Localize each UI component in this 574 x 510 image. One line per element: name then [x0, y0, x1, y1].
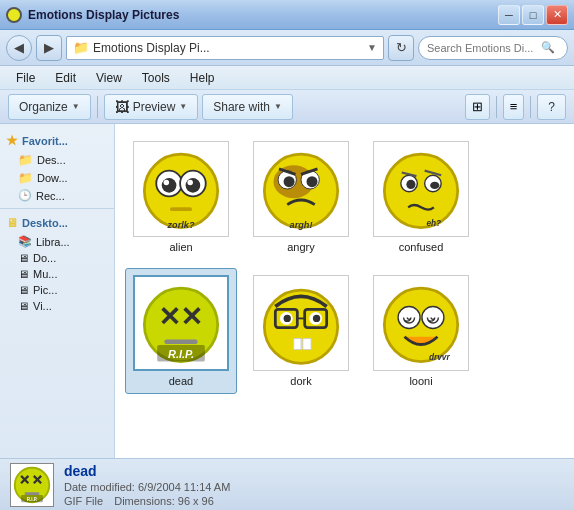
sidebar-item-desktop[interactable]: 📁 Des...	[0, 151, 114, 169]
address-bar: ◀ ▶ 📁 Emotions Display Pi... ▼ ↻ 🔍	[0, 30, 574, 66]
svg-point-47	[422, 307, 444, 329]
sidebar-item-recent[interactable]: 🕒 Rec...	[0, 187, 114, 204]
desktop-section-label: Deskto...	[22, 217, 68, 229]
videos-icon: 🖥	[18, 300, 29, 312]
downloads-folder-icon: 📁	[18, 171, 33, 185]
file-item-confused[interactable]: eh? confused	[365, 134, 477, 260]
status-thumbnail: R.I.P.	[10, 463, 54, 507]
file-grid: zorlk? alien	[115, 124, 574, 458]
file-item-dork[interactable]: dork	[245, 268, 357, 394]
desktop-folder-icon: 📁	[18, 153, 33, 167]
desktop-section: 🖥 Deskto... 📚 Libra... 🖥 Do... 🖥 Mu... 🖥…	[0, 213, 114, 314]
view-toggle-button[interactable]: ⊞	[465, 94, 490, 120]
window-icon	[6, 7, 22, 23]
preview-label: Preview	[133, 100, 176, 114]
svg-point-4	[186, 178, 201, 193]
sidebar-item-music[interactable]: 🖥 Mu...	[0, 266, 114, 282]
toolbar: Organize ▼ 🖼 Preview ▼ Share with ▼ ⊞ ≡ …	[0, 90, 574, 124]
recent-label: Rec...	[36, 190, 65, 202]
main-area: ★ Favorit... 📁 Des... 📁 Dow... 🕒 Rec... …	[0, 124, 574, 458]
emoji-looni-svg: drvvr	[377, 279, 465, 367]
minimize-button[interactable]: ─	[498, 5, 520, 25]
file-item-dead[interactable]: R.I.P. dead	[125, 268, 237, 394]
svg-text:argh!: argh!	[290, 220, 313, 230]
file-label-looni: looni	[409, 375, 432, 387]
sidebar-item-downloads[interactable]: 📁 Dow...	[0, 169, 114, 187]
documents-icon: 🖥	[18, 252, 29, 264]
organize-label: Organize	[19, 100, 68, 114]
favorites-header[interactable]: ★ Favorit...	[0, 130, 114, 151]
share-with-label: Share with	[213, 100, 270, 114]
menu-tools[interactable]: Tools	[134, 69, 178, 87]
sidebar-divider	[0, 208, 114, 209]
help-label: ?	[548, 100, 555, 114]
file-thumbnail-confused: eh?	[373, 141, 469, 237]
svg-point-22	[430, 182, 439, 189]
svg-rect-54	[25, 492, 40, 495]
forward-button[interactable]: ▶	[36, 35, 62, 61]
status-date-modified: Date modified: 6/9/2004 11:14 AM	[64, 481, 230, 493]
status-info: dead Date modified: 6/9/2004 11:14 AM GI…	[64, 463, 238, 507]
breadcrumb-dropdown-icon[interactable]: ▼	[367, 42, 377, 53]
svg-text:eh?: eh?	[426, 219, 441, 228]
sidebar-item-pictures[interactable]: 🖥 Pic...	[0, 282, 114, 298]
file-item-alien[interactable]: zorlk? alien	[125, 134, 237, 260]
documents-label: Do...	[33, 252, 56, 264]
svg-point-18	[384, 154, 457, 227]
music-label: Mu...	[33, 268, 57, 280]
preview-icon: 🖼	[115, 99, 129, 115]
organize-button[interactable]: Organize ▼	[8, 94, 91, 120]
menu-edit[interactable]: Edit	[47, 69, 84, 87]
file-thumbnail-dead: R.I.P.	[133, 275, 229, 371]
favorites-star-icon: ★	[6, 133, 18, 148]
emoji-dork-svg	[257, 279, 345, 367]
desktop-section-header[interactable]: 🖥 Deskto...	[0, 213, 114, 233]
view-details-button[interactable]: ≡	[503, 94, 525, 120]
sidebar-item-videos[interactable]: 🖥 Vi...	[0, 298, 114, 314]
svg-rect-31	[165, 340, 198, 345]
emoji-angry-svg: argh!	[257, 145, 345, 233]
file-thumbnail-dork	[253, 275, 349, 371]
preview-button[interactable]: 🖼 Preview ▼	[104, 94, 199, 120]
close-button[interactable]: ✕	[546, 5, 568, 25]
file-thumbnail-looni: drvvr	[373, 275, 469, 371]
desktop-label: Des...	[37, 154, 66, 166]
help-button[interactable]: ?	[537, 94, 566, 120]
share-with-arrow-icon: ▼	[274, 102, 282, 111]
file-label-confused: confused	[399, 241, 444, 253]
emoji-alien-svg: zorlk?	[137, 145, 225, 233]
back-button[interactable]: ◀	[6, 35, 32, 61]
menu-file[interactable]: File	[8, 69, 43, 87]
file-item-looni[interactable]: drvvr looni	[365, 268, 477, 394]
menu-help[interactable]: Help	[182, 69, 223, 87]
share-with-button[interactable]: Share with ▼	[202, 94, 293, 120]
toolbar-separator-2	[496, 96, 497, 118]
svg-text:drvvr: drvvr	[429, 353, 450, 362]
status-date-type: Date modified: 6/9/2004 11:14 AM	[64, 481, 238, 493]
status-dimensions: Dimensions: 96 x 96	[114, 495, 214, 507]
svg-point-5	[164, 180, 170, 186]
favorites-label: Favorit...	[22, 135, 68, 147]
svg-text:R.I.P.: R.I.P.	[168, 348, 194, 360]
status-file-details: GIF File Dimensions: 96 x 96	[64, 495, 238, 507]
svg-point-46	[398, 307, 420, 329]
file-item-angry[interactable]: argh! angry	[245, 134, 357, 260]
search-box[interactable]: 🔍	[418, 36, 568, 60]
refresh-button[interactable]: ↻	[388, 35, 414, 61]
svg-point-21	[406, 180, 415, 189]
menu-view[interactable]: View	[88, 69, 130, 87]
svg-rect-43	[303, 339, 311, 350]
svg-text:zorlk?: zorlk?	[167, 220, 195, 230]
libraries-icon: 📚	[18, 235, 32, 248]
maximize-button[interactable]: □	[522, 5, 544, 25]
title-bar-controls: ─ □ ✕	[498, 5, 568, 25]
window-title: Emotions Display Pictures	[28, 8, 179, 22]
search-input[interactable]	[427, 42, 537, 54]
svg-point-0	[144, 154, 217, 227]
sidebar-item-libraries[interactable]: 📚 Libra...	[0, 233, 114, 250]
title-bar: Emotions Display Pictures ─ □ ✕	[0, 0, 574, 30]
pictures-icon: 🖥	[18, 284, 29, 296]
sidebar-item-documents[interactable]: 🖥 Do...	[0, 250, 114, 266]
preview-arrow-icon: ▼	[179, 102, 187, 111]
breadcrumb-bar[interactable]: 📁 Emotions Display Pi... ▼	[66, 36, 384, 60]
